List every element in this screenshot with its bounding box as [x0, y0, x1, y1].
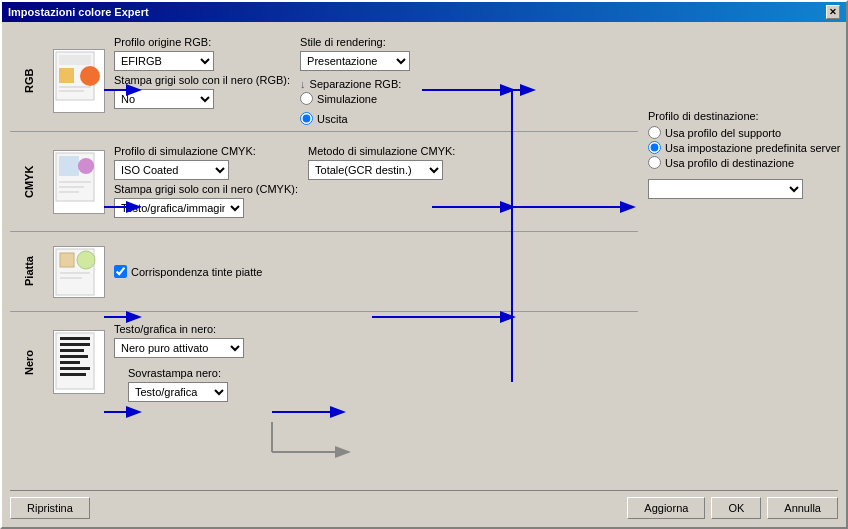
nero-thumbnail [53, 330, 105, 394]
uscita-radio[interactable] [300, 112, 313, 125]
sovrastampa-label: Sovrastampa nero: [128, 367, 244, 379]
title-bar: Impostazioni colore Expert ✕ [2, 2, 846, 22]
ok-button[interactable]: OK [711, 497, 761, 519]
testo-nero-label: Testo/grafica in nero: [114, 323, 244, 335]
profilo-server-row: Usa impostazione predefinita server [648, 141, 838, 154]
corrispondenza-row: Corrispondenza tinte piatte [114, 265, 638, 278]
svg-rect-24 [60, 373, 86, 376]
bottom-bar: Ripristina Aggiorna OK Annulla [10, 490, 838, 519]
cmyk-thumbnail [53, 150, 105, 214]
nero-thumb-svg [54, 331, 105, 394]
nero-label: Nero [10, 322, 48, 402]
stile-rendering-select[interactable]: Presentazione Percezione Saturazione Col… [300, 51, 410, 71]
left-column: RGB [10, 30, 638, 486]
main-layout: RGB [10, 30, 838, 486]
cmyk-left-fields: Profilo di simulazione CMYK: ISO Coated … [114, 145, 298, 218]
svg-rect-22 [60, 361, 80, 364]
stampa-grigi-rgb-select[interactable]: No Solo testo/grafica Testo/grafica/imma… [114, 89, 214, 109]
rgb-left-fields: Profilo origine RGB: EFIRGB Stampa grigi… [114, 36, 290, 109]
rgb-top-row: Profilo origine RGB: EFIRGB Stampa grigi… [114, 36, 638, 125]
rgb-right-fields: Stile di rendering: Presentazione Percez… [300, 36, 410, 125]
profilo-supporto-label: Usa profilo del supporto [665, 127, 781, 139]
separazione-rgb-label: Separazione RGB: [310, 78, 402, 90]
rgb-thumbnail [53, 49, 105, 113]
profilo-server-label: Usa impostazione predefinita server [665, 142, 840, 154]
stampa-grigi-cmyk-label: Stampa grigi solo con il nero (CMYK): [114, 183, 298, 195]
piatta-thumb-svg [54, 247, 105, 298]
nero-fields: Testo/grafica in nero: Nero puro attivat… [114, 323, 638, 402]
svg-rect-9 [59, 181, 91, 183]
ripristina-button[interactable]: Ripristina [10, 497, 90, 519]
profilo-supporto-row: Usa profilo del supporto [648, 126, 838, 139]
profilo-dest-group: Usa profilo del supporto Usa impostazion… [648, 126, 838, 169]
svg-rect-18 [60, 337, 90, 340]
profilo-cmyk-label: Profilo di simulazione CMYK: [114, 145, 298, 157]
main-window: Impostazioni colore Expert ✕ RGB [0, 0, 848, 529]
piatta-section: Piatta [10, 232, 638, 312]
profilo-rgb-select[interactable]: EFIRGB [114, 51, 214, 71]
profilo-dest-title: Profilo di destinazione: [648, 110, 838, 122]
cmyk-right-fields: Metodo di simulazione CMYK: Totale(GCR d… [308, 145, 455, 180]
simulazione-radio[interactable] [300, 92, 313, 105]
rgb-thumbnail-col [48, 49, 110, 113]
svg-rect-19 [60, 343, 90, 346]
svg-point-3 [80, 66, 100, 86]
rgb-label: RGB [10, 41, 48, 121]
piatta-label: Piatta [10, 239, 48, 304]
profilo-cmyk-select[interactable]: ISO Coated SWOP Euroscale Coated [114, 160, 229, 180]
uscita-label: Uscita [317, 113, 348, 125]
svg-rect-2 [59, 68, 74, 83]
profilo-custom-row: Usa profilo di destinazione [648, 156, 838, 169]
profilo-custom-radio[interactable] [648, 156, 661, 169]
metodo-cmyk-select[interactable]: Totale(GCR destin.) Rapido Solido [308, 160, 443, 180]
testo-nero-select[interactable]: Nero puro attivato Nero puro disattivato [114, 338, 244, 358]
nero-top-row: Testo/grafica in nero: Nero puro attivat… [114, 323, 638, 402]
stampa-grigi-rgb-label: Stampa grigi solo con il nero (RGB): [114, 74, 290, 86]
svg-point-14 [77, 251, 95, 269]
rgb-thumb-svg [54, 50, 105, 113]
sovrastampa-select[interactable]: Testo/grafica Solo testo Nessuno [128, 382, 228, 402]
profilo-supporto-radio[interactable] [648, 126, 661, 139]
svg-point-8 [78, 158, 94, 174]
nero-section: Nero [10, 312, 638, 412]
svg-rect-23 [60, 367, 90, 370]
simulazione-row: Simulazione [300, 92, 410, 105]
uscita-section: Uscita [300, 112, 410, 125]
rgb-fields: Profilo origine RGB: EFIRGB Stampa grigi… [114, 36, 638, 125]
svg-rect-1 [59, 55, 91, 65]
piatta-fields: Corrispondenza tinte piatte [114, 265, 638, 278]
corrispondenza-checkbox[interactable] [114, 265, 127, 278]
close-button[interactable]: ✕ [826, 5, 840, 19]
svg-rect-20 [60, 349, 84, 352]
piatta-thumbnail-col [48, 246, 110, 298]
right-panel: Profilo di destinazione: Usa profilo del… [638, 30, 838, 486]
svg-rect-21 [60, 355, 88, 358]
profilo-server-radio[interactable] [648, 141, 661, 154]
right-buttons: Aggiorna OK Annulla [627, 497, 838, 519]
window-title: Impostazioni colore Expert [8, 6, 149, 18]
annulla-button[interactable]: Annulla [767, 497, 838, 519]
separazione-rgb-group: ↓ Separazione RGB: Simulazione [300, 78, 410, 105]
simulazione-label: Simulazione [317, 93, 377, 105]
stile-rendering-label: Stile di rendering: [300, 36, 410, 48]
svg-rect-16 [60, 277, 82, 279]
profilo-dest-select[interactable] [648, 179, 803, 199]
rgb-section: RGB [10, 30, 638, 132]
svg-rect-11 [59, 191, 79, 193]
svg-rect-7 [59, 156, 79, 176]
cmyk-top-row: Profilo di simulazione CMYK: ISO Coated … [114, 145, 638, 218]
cmyk-thumbnail-col [48, 150, 110, 214]
profilo-custom-label: Usa profilo di destinazione [665, 157, 794, 169]
svg-rect-10 [59, 186, 84, 188]
stampa-grigi-cmyk-select[interactable]: No Solo testo/grafica Testo/grafica/imma… [114, 198, 244, 218]
aggiorna-button[interactable]: Aggiorna [627, 497, 705, 519]
nero-left-fields: Testo/grafica in nero: Nero puro attivat… [114, 323, 244, 402]
cmyk-fields: Profilo di simulazione CMYK: ISO Coated … [114, 145, 638, 218]
corrispondenza-label: Corrispondenza tinte piatte [131, 266, 262, 278]
piatta-thumbnail [53, 246, 105, 298]
profilo-rgb-label: Profilo origine RGB: [114, 36, 290, 48]
svg-rect-4 [59, 86, 91, 88]
svg-rect-13 [60, 253, 74, 267]
svg-rect-15 [60, 272, 90, 274]
cmyk-section: CMYK [10, 132, 638, 232]
